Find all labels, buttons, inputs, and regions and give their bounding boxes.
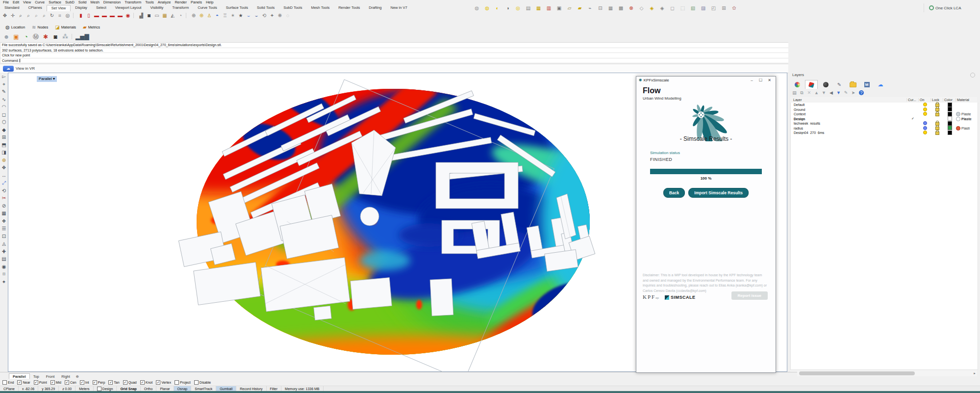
kpfxsimscale-dialog[interactable]: ✺ KPFxSimscale – ☐ ✕ Flow Urban Wind Mod… [636, 76, 776, 373]
menu-transform[interactable]: Transform [123, 0, 143, 5]
layer-visibility-cell[interactable] [919, 103, 931, 107]
box-tool-icon[interactable]: ⊞ [0, 133, 8, 141]
toolbar-tab-solid-tools[interactable]: Solid Tools [252, 5, 279, 11]
osnap-int[interactable]: ✓Int [80, 380, 89, 385]
toolbar-tab-select[interactable]: Select [92, 5, 111, 11]
compass-icon[interactable]: ⊕ [190, 12, 198, 19]
render-tool-icon[interactable]: ✦ [0, 278, 8, 286]
osnap-disable[interactable]: Disable [194, 380, 211, 385]
toolbar-tab-render-tools[interactable]: Render Tools [334, 5, 364, 11]
minimize-icon[interactable]: – [748, 78, 755, 82]
toolbar-tab-cplanes[interactable]: CPlanes [24, 5, 46, 11]
menu-file[interactable]: File [1, 0, 11, 5]
select-arrow-icon[interactable]: ▻ [0, 73, 8, 80]
snapshot-icon[interactable]: ◙ [50, 32, 60, 42]
toolbar-tab-standard[interactable]: Standard [0, 5, 24, 11]
diamond-gray-icon[interactable]: ◈ [657, 4, 667, 12]
layer-visibility-cell[interactable] [919, 107, 931, 112]
move-icon[interactable]: ✥ [0, 164, 8, 172]
car-icon[interactable]: ▬ [108, 12, 116, 19]
menu-edit[interactable]: Edit [11, 0, 21, 5]
osnap-end[interactable]: End [2, 380, 14, 385]
move-view-icon[interactable]: ✛ [9, 12, 17, 19]
panel-tab-cloud[interactable] [875, 80, 886, 89]
menu-curve[interactable]: Curve [33, 0, 47, 5]
panel-tab-display[interactable] [820, 80, 831, 89]
lock-page-icon[interactable]: ▣ [554, 4, 564, 12]
osnap-quad[interactable]: ✓Quad [123, 380, 137, 385]
layer-tools-icon[interactable]: ➤ [850, 89, 856, 97]
panel-tab-materials[interactable]: M [861, 80, 873, 89]
layer-material-cell[interactable]: Plaste [956, 117, 978, 121]
toolbar-tab-visibility[interactable]: Visibility [146, 5, 168, 11]
toolbar-tab-surface-tools[interactable]: Surface Tools [222, 5, 252, 11]
menu-render[interactable]: Render [173, 0, 189, 5]
layer-color-cell[interactable] [943, 131, 956, 135]
layer-visibility-cell[interactable] [919, 112, 931, 116]
gear-icon[interactable] [970, 73, 975, 78]
dashed-box-icon[interactable]: ⬚ [678, 4, 688, 12]
hatch2-icon[interactable]: ▨ [698, 4, 708, 12]
car-icon[interactable]: ▬ [93, 12, 101, 19]
rotate-view-icon[interactable]: ↻ [48, 12, 56, 19]
layer-row[interactable]: radiusPlasti [791, 126, 978, 131]
dialog-title-bar[interactable]: ✺ KPFxSimscale – ☐ ✕ [636, 77, 776, 83]
toolbar-tab-new-in-v7[interactable]: New in V7 [386, 5, 412, 11]
palette-metrics[interactable]: ▰Metrics [79, 25, 103, 30]
polygon-icon[interactable]: ⬡ [0, 118, 8, 126]
panel-horizontal-scrollbar[interactable]: ◂ ▸ [790, 370, 977, 376]
flask-icon[interactable]: ◭ [169, 12, 176, 19]
person-icon[interactable]: ♙ [205, 12, 213, 19]
layer-lock-cell[interactable] [931, 131, 943, 135]
arc-icon[interactable]: ⌣ [245, 12, 252, 19]
report-issue-button[interactable]: Report issue [731, 291, 768, 300]
palette-nodes[interactable]: ≋Nodes [28, 25, 51, 30]
flower-icon[interactable]: ❋ [276, 12, 284, 19]
group-icon[interactable]: ❖ [0, 217, 8, 225]
unlock-icon[interactable]: ▱ [564, 4, 575, 12]
flower2-icon[interactable]: ✿ [729, 4, 739, 12]
menu-help[interactable]: Help [204, 0, 215, 5]
osnap-tool-icon[interactable]: ◉ [0, 263, 8, 271]
duplicate-layer-icon[interactable]: ⧉ [799, 89, 805, 97]
parent-layer-icon[interactable]: ◀ [828, 89, 834, 97]
osnap-cen[interactable]: ✓Cen [65, 380, 76, 385]
toolbar-tab-drafting[interactable]: Drafting [364, 5, 386, 11]
sphere-icon[interactable]: ⊕ [0, 157, 8, 164]
scrollbar-thumb[interactable] [799, 371, 915, 375]
lamp-half-icon[interactable]: ◐ [492, 4, 503, 12]
package-icon[interactable]: ▣ [11, 32, 21, 42]
car-icon[interactable]: ▬ [101, 12, 108, 19]
split-icon[interactable]: ◨ [0, 149, 8, 157]
delete-layer-icon[interactable]: ✕ [806, 89, 812, 97]
layer-row[interactable]: Design04_270_6ms [791, 131, 978, 135]
array-icon[interactable]: ▦ [0, 210, 8, 217]
delete-state-icon[interactable]: ⊗ [626, 4, 636, 12]
layer-visibility-cell[interactable] [919, 131, 931, 135]
menu-analyze[interactable]: Analyze [156, 0, 173, 5]
curve-icon[interactable]: ✎ [0, 88, 8, 96]
plug-icon[interactable]: ⌁ [585, 4, 595, 12]
grid2-icon[interactable]: ▦ [605, 4, 616, 12]
menu-tools[interactable]: Tools [143, 0, 156, 5]
osnap-vertex[interactable]: ✓Vertex [156, 380, 171, 385]
palette-location[interactable]: ◍Location [2, 25, 28, 30]
layer-color-cell[interactable] [943, 121, 956, 126]
page-on-icon[interactable]: ▦ [533, 4, 544, 12]
rotate-icon[interactable]: ⟲ [0, 187, 8, 195]
page-red-icon[interactable]: ▥ [544, 4, 554, 12]
layer-color-cell[interactable] [943, 107, 956, 112]
view-in-vr-button[interactable]: View in VR [16, 66, 35, 71]
zoom-icon[interactable]: ⌕ [17, 12, 25, 19]
zoom-selected-icon[interactable]: ⌕ [32, 12, 40, 19]
layer-lock-cell[interactable] [931, 112, 943, 117]
import-simscale-results-button[interactable]: Import Simscale Results [688, 188, 749, 198]
panel-tab-folder[interactable] [847, 80, 859, 89]
vr-headset-icon[interactable]: ☁ [3, 66, 14, 72]
undo-view-icon[interactable]: ⟲ [260, 12, 268, 19]
layer-color-cell[interactable] [943, 112, 956, 117]
layer-row[interactable]: techweek_results [791, 121, 978, 126]
lamp-dark-icon[interactable]: ◑ [503, 4, 513, 12]
toolbar-tab-set-view[interactable]: Set View [47, 5, 71, 11]
edit-layer-icon[interactable]: ✎ [843, 89, 849, 97]
